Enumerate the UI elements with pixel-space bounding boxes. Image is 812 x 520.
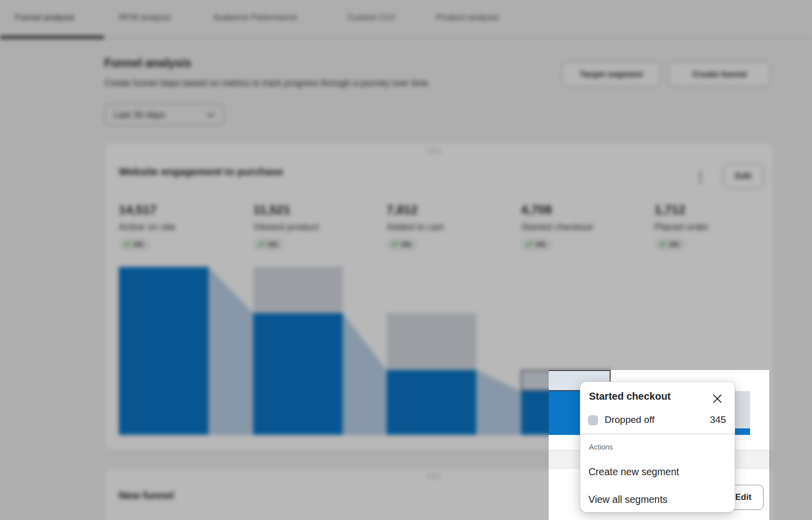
step-label: Started checkout (521, 221, 647, 233)
date-range-select[interactable]: Last 30 days (104, 104, 224, 126)
bar-viewed-product-dropped[interactable] (253, 267, 343, 313)
funnel-edit-button[interactable]: Edit (723, 164, 764, 189)
trend-up-icon (659, 241, 666, 248)
step-value: 14,517 (119, 203, 245, 217)
step-value: 11,521 (253, 203, 379, 217)
active-tab-underline (0, 36, 104, 39)
page-title: Funnel analysis (104, 56, 191, 70)
target-segment-button[interactable]: Target segment (562, 62, 660, 87)
step-label: Active on site (119, 221, 245, 233)
step-label: Placed order (654, 221, 780, 233)
step-added-to-cart: 7,812 Added to cart #% (387, 203, 512, 251)
step-value: 7,812 (387, 203, 512, 217)
close-icon[interactable] (711, 392, 724, 405)
step-active-on-site: 14,517 Active on site #% (119, 203, 245, 251)
bar-added-to-cart[interactable] (387, 370, 476, 435)
bar-active-on-site[interactable] (119, 267, 208, 435)
menu-item-view-all-segments[interactable]: View all segments (588, 494, 726, 509)
tabbar-divider (0, 38, 812, 39)
dropped-off-value: 345 (710, 414, 726, 425)
trend-up-icon (258, 241, 265, 248)
new-funnel-title: New funnel (119, 489, 174, 501)
trend-badge: #% (521, 238, 552, 251)
kebab-menu-icon[interactable] (697, 169, 704, 185)
trend-up-icon (526, 241, 533, 248)
drag-handle[interactable] (426, 147, 442, 154)
bar-added-to-cart-dropped[interactable] (387, 313, 476, 370)
trend-badge: #% (387, 238, 418, 251)
step-viewed-product: 11,521 Viewed product #% (253, 203, 379, 251)
popover-divider (580, 433, 734, 434)
screen: Funnel analysis RFM analysis Audience Pe… (0, 0, 812, 520)
step-label: Viewed product (253, 221, 379, 233)
step-label: Added to cart (387, 221, 512, 233)
trend-badge: #% (654, 238, 686, 251)
tab-product-analysis[interactable]: Product analysis (436, 13, 499, 26)
step-value: 4,708 (521, 203, 647, 217)
actions-section-label: Actions (589, 443, 613, 451)
popover-title: Started checkout (589, 391, 671, 402)
dropped-off-label: Dropped off (605, 414, 654, 425)
step-placed-order: 1,712 Placed order #% (654, 203, 780, 251)
tab-custom-clv[interactable]: Custom CLV (347, 13, 395, 26)
menu-item-create-new-segment[interactable]: Create new segment (588, 466, 726, 481)
drag-handle[interactable] (426, 472, 442, 479)
dropped-off-swatch (588, 415, 598, 425)
trend-up-icon (391, 241, 398, 248)
chevron-down-icon (207, 113, 214, 117)
date-range-value: Last 30 days (114, 110, 165, 120)
step-value: 1,712 (654, 203, 780, 217)
page-description: Create funnel steps based on metrics to … (104, 78, 430, 89)
tab-audience-performance[interactable]: Audience Peformance (213, 13, 297, 26)
tab-rfm-analysis[interactable]: RFM analysis (119, 13, 171, 26)
tab-funnel-analysis[interactable]: Funnel analysis (15, 13, 75, 26)
bar-viewed-product[interactable] (253, 313, 343, 435)
step-started-checkout: 4,708 Started checkout #% (521, 203, 647, 251)
trend-badge: #% (119, 238, 150, 251)
trend-badge: #% (253, 238, 284, 251)
segment-popover: Started checkout Dropped off 345 Actions… (580, 382, 735, 512)
create-funnel-button[interactable]: Create funnel (669, 62, 771, 87)
trend-up-icon (123, 241, 130, 248)
funnel-card-title: Website engagement to purchase (119, 166, 283, 178)
